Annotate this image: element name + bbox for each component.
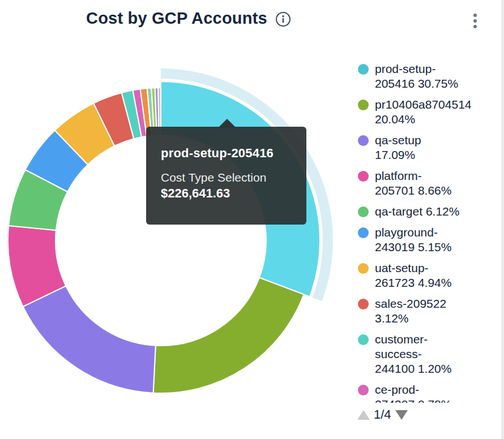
page-indicator: 1/4 <box>374 407 391 422</box>
widget-header: Cost by GCP Accounts <box>86 9 291 28</box>
info-icon[interactable] <box>275 11 291 27</box>
legend-label: qa-target 6.12% <box>375 204 459 219</box>
legend-item-qa-target[interactable]: qa-target 6.12% <box>358 204 495 219</box>
legend-label: platform-205701 8.66% <box>375 169 451 198</box>
cost-by-gcp-accounts-widget: Cost by GCP Accounts prod-setup-205416 C… <box>0 0 504 439</box>
legend-color-dot <box>358 206 369 217</box>
legend-item-platform-205701[interactable]: platform-205701 8.66% <box>358 169 495 198</box>
legend-label: customer-success-244100 1.20% <box>375 332 451 376</box>
kebab-menu-button[interactable] <box>470 12 480 30</box>
tooltip-value: $226,641.63 <box>161 186 293 201</box>
legend-label: ce-prod-274307 0.78% <box>375 382 451 403</box>
legend-color-dot <box>358 227 369 238</box>
tooltip-label: Cost Type Selection <box>161 171 293 184</box>
legend-item-playground-243019[interactable]: playground-243019 5.15% <box>358 225 495 255</box>
legend-color-dot <box>358 135 369 146</box>
kebab-dot <box>473 25 477 28</box>
chart-legend: prod-setup-205416 30.75%pr10406a87045142… <box>358 62 495 403</box>
legend-item-pr10406a8704514[interactable]: pr10406a870451420.04% <box>358 97 495 127</box>
page-down-icon[interactable] <box>395 410 408 420</box>
legend-color-dot <box>358 385 369 395</box>
legend-item-uat-setup-261723[interactable]: uat-setup-261723 4.94% <box>358 261 495 290</box>
kebab-dot <box>473 14 477 17</box>
legend-label: pr10406a870451420.04% <box>375 97 472 127</box>
legend-item-qa-setup[interactable]: qa-setup17.09% <box>358 133 495 162</box>
legend-color-dot <box>358 299 369 309</box>
pie-slice-qa-setup[interactable] <box>23 286 156 393</box>
legend-item-sales-209522[interactable]: sales-2095223.12% <box>358 296 495 326</box>
pie-slice-pr10406a8704514[interactable] <box>153 278 304 393</box>
legend-label: qa-setup17.09% <box>375 133 421 162</box>
legend-item-prod-setup-205416[interactable]: prod-setup-205416 30.75% <box>358 62 495 91</box>
legend-color-dot <box>358 171 369 182</box>
tooltip-arrow <box>219 119 236 127</box>
kebab-dot <box>473 19 477 23</box>
page-title: Cost by GCP Accounts <box>86 9 267 28</box>
legend-label: playground-243019 5.15% <box>375 225 451 255</box>
tooltip-title: prod-setup-205416 <box>161 146 293 161</box>
legend-color-dot <box>358 64 369 75</box>
legend-label: prod-setup-205416 30.75% <box>375 62 458 91</box>
legend-color-dot <box>358 100 369 110</box>
page-up-icon[interactable] <box>357 410 370 420</box>
legend-item-ce-prod-274307[interactable]: ce-prod-274307 0.78% <box>358 382 495 403</box>
legend-label: sales-2095223.12% <box>375 296 446 326</box>
legend-color-dot <box>358 263 369 274</box>
legend-label: uat-setup-261723 4.94% <box>375 261 451 290</box>
chart-tooltip: prod-setup-205416 Cost Type Selection $2… <box>146 127 306 225</box>
legend-item-customer-success-244100[interactable]: customer-success-244100 1.20% <box>358 332 495 376</box>
legend-color-dot <box>358 334 369 345</box>
legend-pagination: 1/4 <box>357 407 408 422</box>
